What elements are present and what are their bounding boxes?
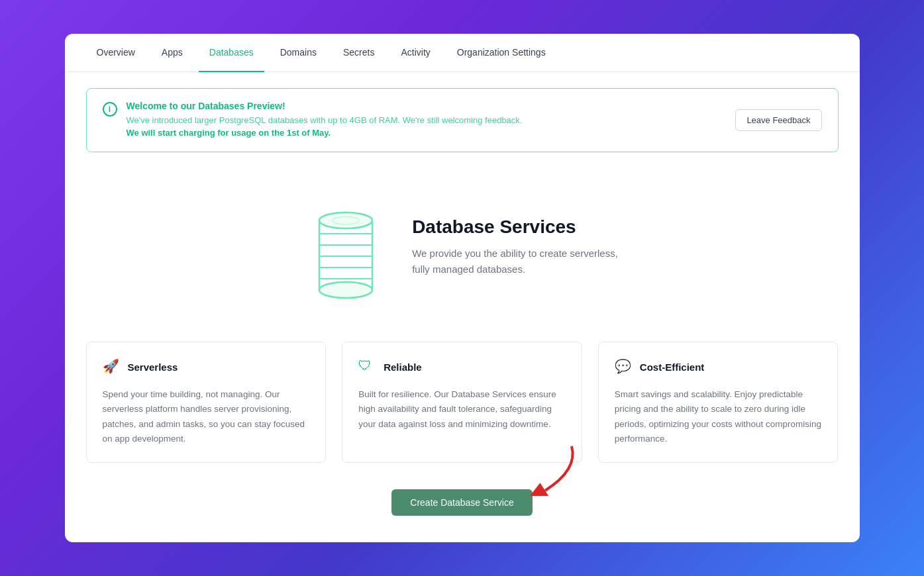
- feature-card-cost-efficient: 💬Cost-EfficientSmart savings and scalabi…: [598, 342, 839, 463]
- feature-title-reliable: Reliable: [384, 361, 422, 373]
- hero-section: Database Services We provide you the abi…: [86, 184, 839, 310]
- nav-item-secrets[interactable]: Secrets: [333, 34, 385, 72]
- feature-desc-serverless: Spend your time building, not managing. …: [103, 387, 310, 446]
- banner-left: i Welcome to our Databases Preview! We'v…: [103, 101, 523, 140]
- main-container: OverviewAppsDatabasesDomainsSecretsActiv…: [65, 34, 860, 542]
- feature-header-reliable: 🛡Reliable: [358, 358, 566, 377]
- leave-feedback-button[interactable]: Leave Feedback: [735, 109, 821, 131]
- page-content: i Welcome to our Databases Preview! We'v…: [65, 72, 860, 542]
- nav-item-domains[interactable]: Domains: [270, 34, 327, 72]
- nav-item-apps[interactable]: Apps: [151, 34, 193, 72]
- feature-card-serverless: 🚀ServerlessSpend your time building, not…: [86, 342, 327, 463]
- feature-title-serverless: Serverless: [128, 361, 178, 373]
- hero-description: We provide you the ability to create ser…: [412, 246, 618, 277]
- cta-section: Create Database Service: [86, 489, 839, 516]
- feature-header-serverless: 🚀Serverless: [103, 358, 310, 377]
- banner-line2: We will start charging for usage on the …: [127, 126, 523, 140]
- serverless-icon: 🚀: [103, 358, 121, 377]
- cost-efficient-icon: 💬: [615, 358, 633, 377]
- reliable-icon: 🛡: [358, 358, 377, 377]
- arrow-indicator: [505, 443, 585, 496]
- feature-desc-cost-efficient: Smart savings and scalability. Enjoy pre…: [615, 387, 822, 446]
- svg-point-10: [319, 282, 372, 298]
- banner-title: Welcome to our Databases Preview!: [127, 101, 523, 111]
- features-grid: 🚀ServerlessSpend your time building, not…: [86, 342, 839, 463]
- nav-item-activity[interactable]: Activity: [390, 34, 440, 72]
- feature-title-cost-efficient: Cost-Efficient: [640, 361, 705, 373]
- navigation: OverviewAppsDatabasesDomainsSecretsActiv…: [65, 34, 860, 72]
- banner-line1: We've introduced larger PostgreSQL datab…: [127, 114, 523, 127]
- banner-text: Welcome to our Databases Preview! We've …: [127, 101, 523, 140]
- info-banner: i Welcome to our Databases Preview! We'v…: [86, 88, 839, 152]
- hero-title: Database Services: [412, 216, 618, 238]
- nav-item-org-settings[interactable]: Organization Settings: [446, 34, 556, 72]
- feature-desc-reliable: Built for resilience. Our Database Servi…: [358, 387, 566, 432]
- svg-point-1: [319, 213, 372, 228]
- hero-text: Database Services We provide you the abi…: [412, 216, 618, 277]
- nav-item-overview[interactable]: Overview: [86, 34, 146, 72]
- feature-header-cost-efficient: 💬Cost-Efficient: [615, 358, 822, 377]
- nav-item-databases[interactable]: Databases: [199, 34, 264, 72]
- database-illustration: [306, 197, 385, 297]
- info-icon: i: [103, 102, 117, 117]
